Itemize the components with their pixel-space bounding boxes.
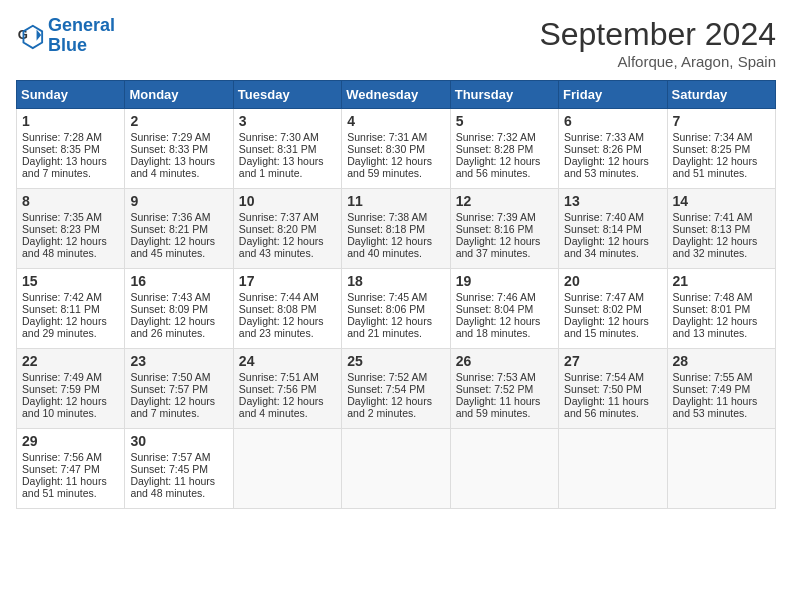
day-info-line: Sunset: 8:08 PM — [239, 303, 336, 315]
day-number: 3 — [239, 113, 336, 129]
day-number: 22 — [22, 353, 119, 369]
calendar-cell: 16Sunrise: 7:43 AMSunset: 8:09 PMDayligh… — [125, 269, 233, 349]
day-info-line: and 48 minutes. — [130, 487, 227, 499]
day-info-line: Sunrise: 7:29 AM — [130, 131, 227, 143]
day-info-line: Daylight: 12 hours — [22, 395, 119, 407]
day-info-line: and 56 minutes. — [564, 407, 661, 419]
calendar-week-row: 22Sunrise: 7:49 AMSunset: 7:59 PMDayligh… — [17, 349, 776, 429]
day-number: 23 — [130, 353, 227, 369]
day-info-line: Sunset: 8:25 PM — [673, 143, 770, 155]
day-info-line: Daylight: 12 hours — [456, 235, 553, 247]
day-info-line: Sunrise: 7:42 AM — [22, 291, 119, 303]
day-info-line: Sunset: 8:26 PM — [564, 143, 661, 155]
calendar-cell — [233, 429, 341, 509]
calendar-cell: 28Sunrise: 7:55 AMSunset: 7:49 PMDayligh… — [667, 349, 775, 429]
day-number: 9 — [130, 193, 227, 209]
calendar-cell: 17Sunrise: 7:44 AMSunset: 8:08 PMDayligh… — [233, 269, 341, 349]
day-info-line: Sunset: 8:30 PM — [347, 143, 444, 155]
day-info-line: Daylight: 11 hours — [564, 395, 661, 407]
calendar-cell: 11Sunrise: 7:38 AMSunset: 8:18 PMDayligh… — [342, 189, 450, 269]
day-info-line: Sunset: 8:18 PM — [347, 223, 444, 235]
calendar-cell: 7Sunrise: 7:34 AMSunset: 8:25 PMDaylight… — [667, 109, 775, 189]
calendar-cell: 3Sunrise: 7:30 AMSunset: 8:31 PMDaylight… — [233, 109, 341, 189]
day-info-line: Daylight: 12 hours — [130, 315, 227, 327]
day-info-line: Sunrise: 7:53 AM — [456, 371, 553, 383]
day-info-line: Sunset: 8:28 PM — [456, 143, 553, 155]
calendar-cell: 2Sunrise: 7:29 AMSunset: 8:33 PMDaylight… — [125, 109, 233, 189]
calendar-cell — [450, 429, 558, 509]
day-number: 10 — [239, 193, 336, 209]
logo-text: General Blue — [48, 16, 115, 56]
day-info-line: Daylight: 12 hours — [347, 235, 444, 247]
day-info-line: Sunrise: 7:34 AM — [673, 131, 770, 143]
day-info-line: Sunset: 8:09 PM — [130, 303, 227, 315]
day-info-line: and 53 minutes. — [564, 167, 661, 179]
day-info-line: Daylight: 13 hours — [130, 155, 227, 167]
day-info-line: Sunset: 7:59 PM — [22, 383, 119, 395]
calendar-cell: 19Sunrise: 7:46 AMSunset: 8:04 PMDayligh… — [450, 269, 558, 349]
day-info-line: Daylight: 12 hours — [564, 235, 661, 247]
day-info-line: Sunset: 8:14 PM — [564, 223, 661, 235]
day-info-line: Daylight: 11 hours — [456, 395, 553, 407]
day-info-line: Sunrise: 7:39 AM — [456, 211, 553, 223]
day-info-line: Sunset: 8:20 PM — [239, 223, 336, 235]
day-number: 14 — [673, 193, 770, 209]
day-info-line: Sunset: 8:23 PM — [22, 223, 119, 235]
day-info-line: and 26 minutes. — [130, 327, 227, 339]
day-info-line: and 29 minutes. — [22, 327, 119, 339]
day-number: 24 — [239, 353, 336, 369]
day-info-line: Daylight: 12 hours — [22, 235, 119, 247]
day-info-line: Sunset: 8:35 PM — [22, 143, 119, 155]
day-info-line: Sunset: 8:21 PM — [130, 223, 227, 235]
day-number: 1 — [22, 113, 119, 129]
day-of-week-header: Sunday — [17, 81, 125, 109]
day-number: 29 — [22, 433, 119, 449]
day-info-line: and 34 minutes. — [564, 247, 661, 259]
calendar-cell: 8Sunrise: 7:35 AMSunset: 8:23 PMDaylight… — [17, 189, 125, 269]
day-info-line: Sunrise: 7:28 AM — [22, 131, 119, 143]
calendar-cell — [342, 429, 450, 509]
day-number: 27 — [564, 353, 661, 369]
calendar-week-row: 8Sunrise: 7:35 AMSunset: 8:23 PMDaylight… — [17, 189, 776, 269]
day-info-line: Sunrise: 7:33 AM — [564, 131, 661, 143]
day-info-line: Sunrise: 7:55 AM — [673, 371, 770, 383]
day-info-line: Sunset: 8:04 PM — [456, 303, 553, 315]
day-info-line: Sunrise: 7:44 AM — [239, 291, 336, 303]
calendar-cell: 23Sunrise: 7:50 AMSunset: 7:57 PMDayligh… — [125, 349, 233, 429]
day-info-line: Sunrise: 7:48 AM — [673, 291, 770, 303]
calendar-cell: 1Sunrise: 7:28 AMSunset: 8:35 PMDaylight… — [17, 109, 125, 189]
calendar-cell: 20Sunrise: 7:47 AMSunset: 8:02 PMDayligh… — [559, 269, 667, 349]
calendar-cell: 30Sunrise: 7:57 AMSunset: 7:45 PMDayligh… — [125, 429, 233, 509]
day-info-line: Sunrise: 7:50 AM — [130, 371, 227, 383]
day-info-line: Sunrise: 7:38 AM — [347, 211, 444, 223]
day-info-line: Daylight: 11 hours — [673, 395, 770, 407]
day-info-line: Daylight: 12 hours — [239, 235, 336, 247]
day-info-line: and 56 minutes. — [456, 167, 553, 179]
day-info-line: Daylight: 12 hours — [130, 235, 227, 247]
day-info-line: Sunrise: 7:37 AM — [239, 211, 336, 223]
day-info-line: Sunrise: 7:36 AM — [130, 211, 227, 223]
calendar-cell: 12Sunrise: 7:39 AMSunset: 8:16 PMDayligh… — [450, 189, 558, 269]
day-info-line: Daylight: 13 hours — [239, 155, 336, 167]
day-info-line: and 59 minutes. — [456, 407, 553, 419]
day-info-line: Daylight: 12 hours — [456, 155, 553, 167]
day-info-line: and 51 minutes. — [673, 167, 770, 179]
day-info-line: Daylight: 11 hours — [22, 475, 119, 487]
calendar-cell: 29Sunrise: 7:56 AMSunset: 7:47 PMDayligh… — [17, 429, 125, 509]
day-info-line: and 7 minutes. — [130, 407, 227, 419]
day-info-line: and 53 minutes. — [673, 407, 770, 419]
day-info-line: Sunset: 8:31 PM — [239, 143, 336, 155]
day-info-line: Sunrise: 7:32 AM — [456, 131, 553, 143]
day-info-line: and 2 minutes. — [347, 407, 444, 419]
day-number: 7 — [673, 113, 770, 129]
logo-icon: G — [16, 22, 44, 50]
day-info-line: Daylight: 12 hours — [239, 315, 336, 327]
day-info-line: and 51 minutes. — [22, 487, 119, 499]
day-number: 16 — [130, 273, 227, 289]
day-info-line: Sunset: 7:56 PM — [239, 383, 336, 395]
day-number: 17 — [239, 273, 336, 289]
day-info-line: and 21 minutes. — [347, 327, 444, 339]
calendar-cell: 15Sunrise: 7:42 AMSunset: 8:11 PMDayligh… — [17, 269, 125, 349]
day-info-line: Sunset: 7:57 PM — [130, 383, 227, 395]
day-number: 5 — [456, 113, 553, 129]
